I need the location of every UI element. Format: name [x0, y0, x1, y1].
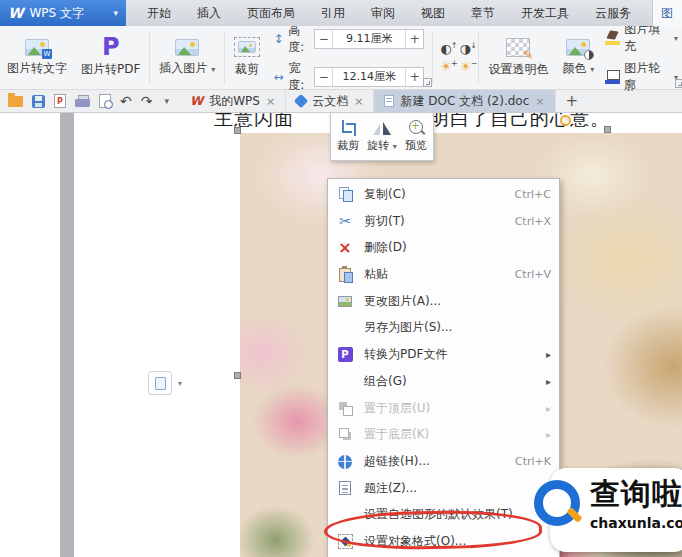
increase-brightness-button[interactable]: ☀+ — [440, 60, 452, 73]
tab-home[interactable]: 开始 — [145, 5, 173, 22]
divider — [478, 32, 479, 83]
export-pdf-icon[interactable]: P — [54, 94, 66, 108]
picture-icon — [175, 39, 199, 56]
copy-icon — [339, 187, 352, 201]
menu-item-delete[interactable]: × 删除(D) — [328, 234, 559, 261]
selection-handle-middle-left[interactable] — [234, 372, 241, 379]
quick-access-toolbar: P ↶ ↷ ▾ — [0, 90, 180, 112]
undo-icon[interactable]: ↶ — [120, 94, 132, 108]
width-stepper: − 12.14厘米 + — [314, 67, 424, 87]
height-increase-button[interactable]: + — [405, 30, 423, 48]
app-title: WPS 文字 — [29, 5, 84, 22]
rotate-icon — [373, 120, 391, 135]
menu-item-send-to-back: 置于底层(K) ▸ — [328, 421, 559, 448]
float-rotate-button[interactable]: 旋转 ▾ — [365, 113, 399, 160]
crop-button[interactable]: 裁剪 — [227, 26, 267, 89]
redo-icon[interactable]: ↷ — [141, 94, 153, 108]
ribbon: W 图片转文字 P 图片转PDF 插入图片 ▾ 裁剪 ↕ 高度: − 9.11厘… — [0, 26, 682, 90]
menu-item-paste[interactable]: 粘贴 Ctrl+V — [328, 261, 559, 288]
menu-item-hyperlink[interactable]: 超链接(H)... Ctrl+K — [328, 448, 559, 475]
width-value[interactable]: 12.14厘米 — [333, 68, 405, 86]
ribbon-tab-strip: 开始 插入 页面布局 引用 审阅 视图 章节 开发工具 云服务 — [126, 0, 652, 26]
picture-fill-button[interactable]: 图片填充 ▾ — [605, 21, 678, 55]
image-to-text-button[interactable]: W 图片转文字 — [0, 26, 74, 89]
width-increase-button[interactable]: + — [405, 68, 423, 86]
tab-references[interactable]: 引用 — [319, 5, 347, 22]
pdf-icon: P — [102, 37, 120, 57]
picture-context-menu: 复制(C) Ctrl+C ✂ 剪切(T) Ctrl+X × 删除(D) 粘贴 C… — [327, 178, 560, 557]
divider — [224, 32, 225, 83]
wps-logo-icon: W — [8, 5, 23, 21]
adjust-group: ◐↑ ◑↓ ☀+ ☀− — [435, 26, 476, 89]
watermark: 查询啦 chaxunla.com — [550, 468, 682, 552]
decrease-brightness-button[interactable]: ☀− — [460, 60, 472, 73]
selection-handle-top-left[interactable] — [234, 127, 241, 134]
menu-item-change-picture[interactable]: 更改图片(A)... — [328, 288, 559, 315]
tab-section[interactable]: 章节 — [469, 5, 497, 22]
chevron-down-icon: ▾ — [393, 142, 397, 151]
wps-home-icon: W — [190, 94, 203, 108]
menu-item-copy[interactable]: 复制(C) Ctrl+C — [328, 181, 559, 208]
float-preview-button[interactable]: 预览 — [399, 113, 433, 160]
width-label: 宽度: — [288, 60, 310, 94]
menu-item-bring-to-front: 置于顶层(U) ▸ — [328, 395, 559, 422]
width-icon: ↔ — [273, 70, 284, 84]
wps-app-menu-button[interactable]: W WPS 文字 ▾ — [0, 0, 126, 26]
image-to-pdf-button[interactable]: P 图片转PDF — [74, 26, 147, 89]
submenu-arrow-icon: ▸ — [541, 403, 551, 414]
layout-options-button[interactable] — [148, 371, 172, 395]
close-icon[interactable]: × — [354, 95, 363, 108]
size-dialog-launcher[interactable] — [423, 78, 432, 87]
increase-contrast-button[interactable]: ◐↑ — [440, 42, 451, 55]
new-tab-button[interactable]: + — [556, 90, 589, 112]
insert-picture-button[interactable]: 插入图片 ▾ — [152, 26, 222, 89]
transparent-color-icon — [506, 38, 530, 57]
submenu-arrow-icon: ▸ — [541, 429, 551, 440]
chevron-down-icon[interactable]: ▾ — [161, 96, 172, 106]
menu-item-convert-to-pdf[interactable]: P 转换为PDF文件 ▸ — [328, 341, 559, 368]
doc-tab-my-wps[interactable]: W 我的WPS × — [180, 90, 286, 112]
tab-picture-tools[interactable]: 图 — [652, 0, 682, 26]
close-icon[interactable]: × — [535, 95, 544, 108]
picture-outline-icon — [605, 70, 619, 84]
divider — [432, 32, 433, 83]
height-value[interactable]: 9.11厘米 — [333, 30, 405, 48]
watermark-title: 查询啦 — [590, 474, 682, 514]
bring-to-front-icon — [339, 402, 352, 415]
menu-item-save-as-picture[interactable]: 另存为图片(S)... — [328, 315, 559, 342]
caption-icon — [339, 481, 351, 495]
tab-view[interactable]: 视图 — [419, 5, 447, 22]
chevron-down-icon: ▾ — [590, 65, 594, 74]
tab-developer[interactable]: 开发工具 — [519, 5, 571, 22]
open-file-icon[interactable] — [8, 96, 23, 107]
picture-fill-icon — [605, 31, 619, 45]
tab-insert[interactable]: 插入 — [195, 5, 223, 22]
print-preview-icon[interactable] — [99, 94, 111, 108]
decrease-contrast-button[interactable]: ◑↓ — [460, 42, 471, 55]
red-highlight-annotation — [324, 510, 542, 550]
document-icon — [384, 95, 394, 107]
close-icon[interactable]: × — [266, 95, 275, 108]
save-icon[interactable] — [32, 95, 45, 108]
tab-review[interactable]: 审阅 — [369, 5, 397, 22]
chevron-down-icon: ▾ — [674, 34, 678, 43]
width-decrease-button[interactable]: − — [315, 68, 333, 86]
picture-outline-button[interactable]: 图片轮廓 ▾ — [605, 60, 678, 94]
float-crop-button[interactable]: 裁剪 — [331, 113, 365, 160]
selection-handle-top[interactable] — [604, 126, 611, 133]
divider — [149, 32, 150, 83]
menu-item-caption[interactable]: 题注(Z)... — [328, 475, 559, 502]
watermark-url: chaxunla.com — [590, 514, 682, 532]
menu-item-cut[interactable]: ✂ 剪切(T) Ctrl+X — [328, 208, 559, 235]
chevron-down-icon[interactable]: ▾ — [178, 379, 182, 388]
menu-item-group[interactable]: 组合(G) ▸ — [328, 368, 559, 395]
rotate-handle[interactable] — [560, 115, 571, 126]
crop-icon — [234, 37, 260, 57]
print-icon[interactable] — [75, 95, 90, 107]
styles-dialog-launcher[interactable] — [675, 79, 682, 88]
set-transparent-color-button[interactable]: 设置透明色 — [481, 26, 555, 89]
color-button[interactable]: 颜色 ▾ — [555, 26, 601, 89]
tab-page-layout[interactable]: 页面布局 — [245, 5, 297, 22]
height-decrease-button[interactable]: − — [315, 30, 333, 48]
tab-cloud[interactable]: 云服务 — [593, 5, 633, 22]
